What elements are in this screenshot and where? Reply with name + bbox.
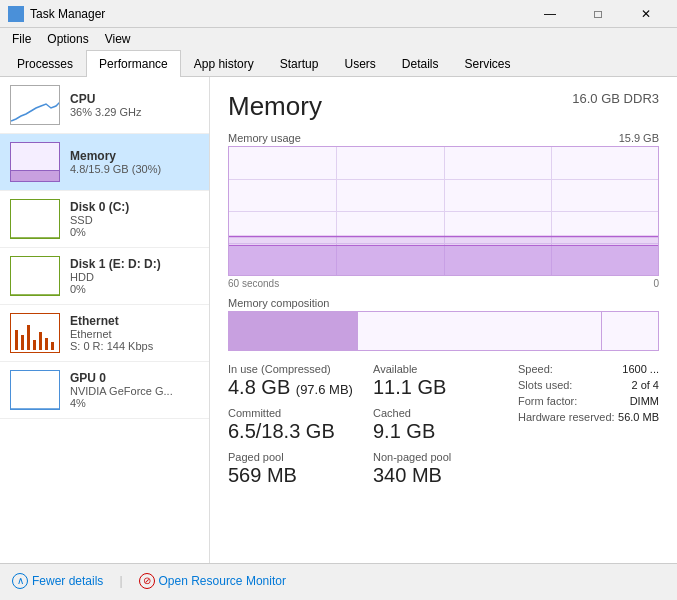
tab-bar: Processes Performance App history Startu… bbox=[0, 50, 677, 77]
svg-rect-3 bbox=[17, 15, 22, 20]
time-start: 60 seconds bbox=[228, 278, 279, 289]
gpu0-info: GPU 0 NVIDIA GeForce G... 4% bbox=[70, 371, 173, 409]
disk0-type: SSD bbox=[70, 214, 129, 226]
sidebar-item-memory[interactable]: Memory 4.8/15.9 GB (30%) bbox=[0, 134, 209, 191]
fewer-details-icon: ∧ bbox=[12, 573, 28, 589]
sidebar-item-ethernet[interactable]: Ethernet Ethernet S: 0 R: 144 Kbps bbox=[0, 305, 209, 362]
ethernet-thumbnail bbox=[10, 313, 60, 353]
usage-chart-label: Memory usage 15.9 GB bbox=[228, 132, 659, 144]
disk0-info: Disk 0 (C:) SSD 0% bbox=[70, 200, 129, 238]
memory-thumbnail bbox=[10, 142, 60, 182]
stat-nonpagedpool-value: 340 MB bbox=[373, 463, 514, 487]
ethernet-info: Ethernet Ethernet S: 0 R: 144 Kbps bbox=[70, 314, 153, 352]
right-panel: Memory 16.0 GB DDR3 Memory usage 15.9 GB bbox=[210, 77, 677, 563]
stat-slots-row: Slots used: 2 of 4 bbox=[518, 379, 659, 391]
gpu0-model: NVIDIA GeForce G... bbox=[70, 385, 173, 397]
tab-performance[interactable]: Performance bbox=[86, 50, 181, 77]
tab-startup[interactable]: Startup bbox=[267, 50, 332, 77]
svg-rect-2 bbox=[10, 15, 15, 20]
tab-users[interactable]: Users bbox=[331, 50, 388, 77]
cpu-stats: 36% 3.29 GHz bbox=[70, 106, 142, 118]
stat-slots-label: Slots used: bbox=[518, 379, 572, 391]
tab-app-history[interactable]: App history bbox=[181, 50, 267, 77]
cpu-thumbnail bbox=[10, 85, 60, 125]
disk1-label: Disk 1 (E: D: D:) bbox=[70, 257, 161, 271]
disk0-usage: 0% bbox=[70, 226, 129, 238]
stat-speed-value: 1600 ... bbox=[622, 363, 659, 375]
stat-available-value: 11.1 GB bbox=[373, 375, 514, 399]
main-content: CPU 36% 3.29 GHz Memory 4.8/15.9 GB (30%… bbox=[0, 77, 677, 563]
tab-details[interactable]: Details bbox=[389, 50, 452, 77]
ethernet-type: Ethernet bbox=[70, 328, 153, 340]
stat-slots-value: 2 of 4 bbox=[631, 379, 659, 391]
stat-cached-value: 9.1 GB bbox=[373, 419, 514, 443]
stat-available-label: Available bbox=[373, 363, 514, 375]
title-bar: Task Manager — □ ✕ bbox=[0, 0, 677, 28]
gpu0-label: GPU 0 bbox=[70, 371, 173, 385]
memory-usage-chart bbox=[228, 146, 659, 276]
stat-hwreserved-label: Hardware reserved: bbox=[518, 411, 615, 423]
stat-speed-label: Speed: bbox=[518, 363, 553, 375]
stat-nonpagedpool-label: Non-paged pool bbox=[373, 451, 514, 463]
gpu0-usage: 4% bbox=[70, 397, 173, 409]
ethernet-label: Ethernet bbox=[70, 314, 153, 328]
stats-container: In use (Compressed) 4.8 GB (97.6 MB) Ava… bbox=[228, 363, 659, 487]
close-button[interactable]: ✕ bbox=[623, 0, 669, 28]
sidebar-item-disk1[interactable]: Disk 1 (E: D: D:) HDD 0% bbox=[0, 248, 209, 305]
title-bar-text: Task Manager bbox=[30, 7, 105, 21]
stat-committed: Committed 6.5/18.3 GB bbox=[228, 407, 369, 443]
memory-info: Memory 4.8/15.9 GB (30%) bbox=[70, 149, 161, 175]
stat-committed-label: Committed bbox=[228, 407, 369, 419]
disk1-usage: 0% bbox=[70, 283, 161, 295]
open-resource-monitor-label: Open Resource Monitor bbox=[159, 574, 286, 588]
usage-max-label: 15.9 GB bbox=[619, 132, 659, 144]
minimize-button[interactable]: — bbox=[527, 0, 573, 28]
fewer-details-link[interactable]: ∧ Fewer details bbox=[12, 573, 103, 589]
stat-hwreserved-row: Hardware reserved: 56.0 MB bbox=[518, 411, 659, 423]
title-bar-controls: — □ ✕ bbox=[527, 0, 669, 28]
stat-inuse-value: 4.8 GB (97.6 MB) bbox=[228, 375, 369, 399]
disk1-info: Disk 1 (E: D: D:) HDD 0% bbox=[70, 257, 161, 295]
stat-hwreserved-value: 56.0 MB bbox=[618, 411, 659, 423]
comp-seg-inuse bbox=[229, 312, 358, 350]
disk1-type: HDD bbox=[70, 271, 161, 283]
stat-speed-row: Speed: 1600 ... bbox=[518, 363, 659, 375]
stat-form-value: DIMM bbox=[630, 395, 659, 407]
stat-cached-label: Cached bbox=[373, 407, 514, 419]
tab-processes[interactable]: Processes bbox=[4, 50, 86, 77]
memory-composition-bar bbox=[228, 311, 659, 351]
app-icon bbox=[8, 6, 24, 22]
stat-committed-value: 6.5/18.3 GB bbox=[228, 419, 369, 443]
maximize-button[interactable]: □ bbox=[575, 0, 621, 28]
resource-monitor-icon: ⊘ bbox=[139, 573, 155, 589]
title-bar-left: Task Manager bbox=[8, 6, 105, 22]
sidebar-item-cpu[interactable]: CPU 36% 3.29 GHz bbox=[0, 77, 209, 134]
disk1-thumbnail bbox=[10, 256, 60, 296]
sidebar: CPU 36% 3.29 GHz Memory 4.8/15.9 GB (30%… bbox=[0, 77, 210, 563]
stat-pagedpool-label: Paged pool bbox=[228, 451, 369, 463]
stat-right-column: Speed: 1600 ... Slots used: 2 of 4 Form … bbox=[518, 363, 659, 487]
stat-available: Available 11.1 GB bbox=[373, 363, 514, 399]
time-end: 0 bbox=[653, 278, 659, 289]
usage-chart-svg bbox=[229, 147, 658, 275]
disk0-label: Disk 0 (C:) bbox=[70, 200, 129, 214]
panel-title: Memory bbox=[228, 91, 322, 122]
cpu-label: CPU bbox=[70, 92, 142, 106]
menu-file[interactable]: File bbox=[4, 30, 39, 48]
sidebar-item-disk0[interactable]: Disk 0 (C:) SSD 0% bbox=[0, 191, 209, 248]
stat-inuse-label: In use (Compressed) bbox=[228, 363, 369, 375]
svg-marker-5 bbox=[229, 245, 658, 275]
menu-options[interactable]: Options bbox=[39, 30, 96, 48]
composition-label: Memory composition bbox=[228, 297, 659, 309]
menu-view[interactable]: View bbox=[97, 30, 139, 48]
tab-services[interactable]: Services bbox=[452, 50, 524, 77]
fewer-details-label: Fewer details bbox=[32, 574, 103, 588]
open-resource-monitor-link[interactable]: ⊘ Open Resource Monitor bbox=[139, 573, 286, 589]
sidebar-item-gpu0[interactable]: GPU 0 NVIDIA GeForce G... 4% bbox=[0, 362, 209, 419]
svg-rect-1 bbox=[17, 8, 22, 13]
disk0-thumbnail bbox=[10, 199, 60, 239]
stat-inuse: In use (Compressed) 4.8 GB (97.6 MB) bbox=[228, 363, 369, 399]
stat-pagedpool: Paged pool 569 MB bbox=[228, 451, 369, 487]
chart-time-label: 60 seconds 0 bbox=[228, 278, 659, 289]
usage-label-text: Memory usage bbox=[228, 132, 301, 144]
